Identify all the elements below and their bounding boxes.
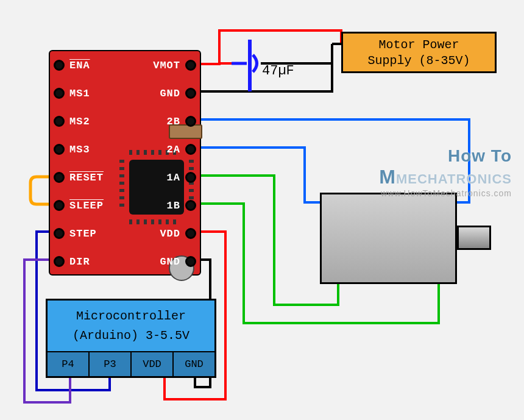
pin-dot-left-dir — [54, 256, 65, 267]
pin-dot-left-sleep — [54, 200, 65, 211]
pin-dot-right-1a-4 — [185, 172, 196, 183]
pin-dot-left-reset — [54, 172, 65, 183]
watermark: How To MMECHATRONICS www.HowToMechatroni… — [379, 146, 512, 198]
watermark-brand: How To MMECHATRONICS — [379, 146, 512, 188]
pin-dot-right-2b-2 — [185, 116, 196, 127]
pin-dot-right-2a-3 — [185, 144, 196, 155]
psu-label-1: Motor Power — [343, 37, 495, 53]
psu-label-2: Supply (8-35V) — [343, 53, 495, 69]
pin-dot-right-vdd-6 — [185, 228, 196, 239]
pin-label-2b-2: 2B — [167, 116, 180, 127]
pin-label-dir: DIR — [69, 256, 90, 268]
watermark-url: www.HowToMechatronics.com — [379, 188, 512, 198]
pin-dot-left-ms1 — [54, 88, 65, 99]
pin-label-vmot-0: VMOT — [153, 60, 180, 71]
mcu-label-1: Microcontroller — [48, 307, 214, 326]
pin-label-gnd-1: GND — [160, 88, 180, 99]
diagram-canvas: Motor Power Supply (8-35V) 47µF How To M… — [0, 0, 524, 420]
mcu-pin-gnd: GND — [174, 352, 214, 376]
pin-dot-right-gnd-7 — [185, 256, 196, 267]
microcontroller-box: Microcontroller (Arduino) 3-5.5V P4 P3 V… — [46, 299, 216, 378]
mcu-pin-p4: P4 — [48, 352, 90, 376]
mcu-pin-vdd: VDD — [132, 352, 174, 376]
pin-dot-right-gnd-1 — [185, 88, 196, 99]
stepper-motor-body — [320, 193, 457, 284]
pin-label-gnd-7: GND — [160, 256, 180, 268]
pin-dot-right-1b-5 — [185, 200, 196, 211]
pin-dot-left-step — [54, 228, 65, 239]
a4988-driver-board: ENAMS1MS2MS3RESETSLEEPSTEPDIRVMOTGND2B2A… — [49, 50, 201, 276]
pin-label-1a-4: 1A — [167, 172, 180, 183]
mcu-pin-row: P4 P3 VDD GND — [48, 351, 214, 376]
pin-dot-left-ms2 — [54, 116, 65, 127]
pin-label-step: STEP — [69, 228, 97, 240]
pin-label-ena: ENA — [69, 60, 90, 71]
stepper-motor-shaft — [457, 226, 491, 250]
pin-dot-left-ms3 — [54, 144, 65, 155]
mcu-pin-p3: P3 — [90, 352, 132, 376]
pin-dot-left-ena — [54, 60, 65, 71]
pin-label-ms3: MS3 — [69, 144, 90, 155]
pin-dot-right-vmot-0 — [185, 60, 196, 71]
mcu-label-2: (Arduino) 3-5.5V — [48, 326, 214, 346]
motor-power-supply-box: Motor Power Supply (8-35V) — [341, 32, 497, 73]
pin-label-ms1: MS1 — [69, 88, 90, 99]
capacitor-label: 47µF — [262, 63, 294, 79]
pin-label-ms2: MS2 — [69, 116, 90, 127]
pin-label-reset: RESET — [69, 172, 104, 183]
pin-label-1b-5: 1B — [167, 200, 180, 212]
pin-label-2a-3: 2A — [167, 144, 180, 155]
pin-label-vdd-6: VDD — [160, 228, 180, 240]
pin-label-sleep: SLEEP — [69, 200, 104, 212]
